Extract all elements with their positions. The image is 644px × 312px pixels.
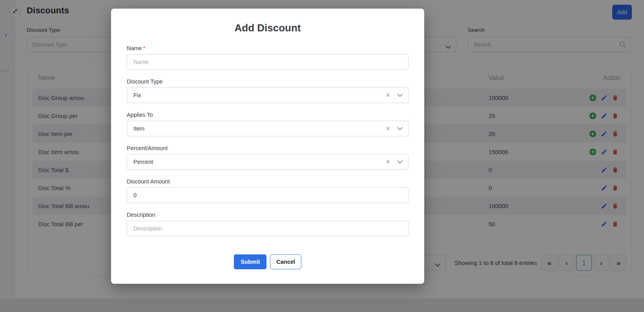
discount-amount-input[interactable] xyxy=(127,187,409,203)
clear-icon[interactable]: ✕ xyxy=(385,125,390,132)
chevron-down-icon xyxy=(397,125,403,132)
description-label: Description xyxy=(127,212,409,218)
percent-amount-field-group: Percent/Amount Percent ✕ xyxy=(127,145,409,170)
required-asterisk: * xyxy=(143,45,146,51)
modal-buttons: Submit Cancel xyxy=(127,254,409,269)
applies-to-value: Item xyxy=(133,125,385,132)
clear-icon[interactable]: ✕ xyxy=(385,92,390,99)
discount-type-label: Discount Type xyxy=(127,78,409,85)
submit-button[interactable]: Submit xyxy=(234,254,266,269)
percent-amount-select[interactable]: Percent ✕ xyxy=(127,154,409,170)
applies-to-label: Applies To xyxy=(127,112,409,118)
discount-type-field-group: Discount Type Fix ✕ xyxy=(127,78,409,103)
app-root: › Discounts Add Discount Type Search Nam… xyxy=(0,0,644,312)
add-discount-modal: Add Discount Name* Discount Type Fix ✕ A… xyxy=(111,9,424,284)
chevron-down-icon xyxy=(397,158,403,165)
name-label: Name* xyxy=(127,45,409,51)
clear-icon[interactable]: ✕ xyxy=(385,158,390,165)
percent-amount-label: Percent/Amount xyxy=(127,145,409,151)
chevron-down-icon xyxy=(397,92,403,99)
discount-type-value: Fix xyxy=(133,92,385,98)
percent-amount-value: Percent xyxy=(133,159,385,165)
name-input[interactable] xyxy=(127,54,409,70)
discount-amount-field-group: Discount Amount xyxy=(127,178,409,203)
description-input[interactable] xyxy=(127,221,409,236)
description-field-group: Description xyxy=(127,212,409,236)
name-field-group: Name* xyxy=(127,45,409,70)
applies-to-select[interactable]: Item ✕ xyxy=(127,121,409,136)
applies-to-field-group: Applies To Item ✕ xyxy=(127,112,409,136)
cancel-button[interactable]: Cancel xyxy=(270,254,301,269)
discount-amount-label: Discount Amount xyxy=(127,178,409,185)
modal-title: Add Discount xyxy=(127,22,409,34)
discount-type-select[interactable]: Fix ✕ xyxy=(127,87,409,103)
